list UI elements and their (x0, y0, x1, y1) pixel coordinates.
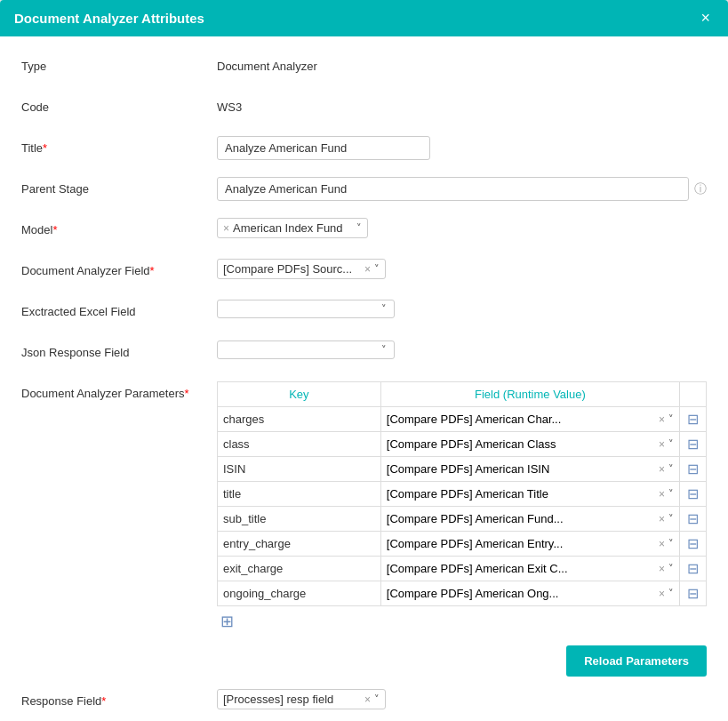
params-header-row: Key Field (Runtime Value) (218, 382, 707, 407)
field-cell-3: [Compare PDFs] American Title × ˅ (380, 482, 679, 507)
field-clear-icon-6[interactable]: × (659, 563, 665, 575)
field-value-1: [Compare PDFs] American Class (387, 437, 655, 451)
action-cell-6: ⊟ (680, 557, 707, 581)
field-chevron-icon-0[interactable]: ˅ (668, 413, 674, 425)
action-cell-2: ⊟ (680, 457, 707, 482)
json-response-label: Json Response Field (21, 340, 217, 359)
remove-param-button-7[interactable]: ⊟ (685, 585, 700, 602)
remove-param-button-3[interactable]: ⊟ (685, 485, 700, 502)
dap-required: * (185, 387, 189, 400)
daf-chevron-icon[interactable]: ˅ (374, 263, 380, 275)
col-action-header (680, 382, 707, 407)
key-cell-5: entry_charge (218, 532, 381, 557)
key-cell-3: title (218, 482, 381, 507)
field-chevron-icon-1[interactable]: ˅ (668, 438, 674, 450)
remove-param-button-2[interactable]: ⊟ (685, 461, 700, 477)
modal-title: Document Analyzer Attributes (14, 11, 204, 26)
doc-analyzer-field-select[interactable]: [Compare PDFs] Sourc... × ˅ (217, 259, 386, 279)
model-chevron-icon[interactable]: ˅ (356, 222, 362, 234)
field-chevron-icon-6[interactable]: ˅ (668, 563, 674, 574)
reload-wrap: Reload Parameters (217, 645, 707, 677)
title-row: Title* (21, 136, 707, 164)
add-param-button[interactable]: ⊞ (217, 610, 237, 633)
remove-param-button-1[interactable]: ⊟ (685, 436, 700, 453)
type-row: Type Document Analyzer (21, 54, 707, 83)
close-button[interactable]: × (697, 9, 714, 28)
extracted-excel-select[interactable]: ˅ (217, 300, 395, 318)
field-value-3: [Compare PDFs] American Title (387, 487, 655, 501)
reload-parameters-button[interactable]: Reload Parameters (566, 645, 707, 677)
json-response-row: Json Response Field ˅ (21, 340, 707, 369)
table-row: ISIN [Compare PDFs] American ISIN × ˅ ⊟ (218, 457, 707, 482)
field-clear-icon-1[interactable]: × (659, 438, 665, 451)
rf-required: * (101, 694, 106, 708)
field-chevron-icon-3[interactable]: ˅ (668, 488, 674, 500)
response-field-select[interactable]: [Processes] resp field × ˅ (217, 689, 386, 709)
field-value-4: [Compare PDFs] American Fund... (387, 512, 655, 525)
model-clear-icon[interactable]: × (223, 222, 229, 235)
field-clear-icon-4[interactable]: × (659, 513, 665, 525)
col-key-header: Key (218, 382, 381, 407)
remove-param-button-4[interactable]: ⊟ (685, 510, 700, 527)
field-chevron-icon-7[interactable]: ˅ (668, 588, 674, 599)
response-field-label: Response Field* (21, 689, 217, 708)
field-chevron-icon-5[interactable]: ˅ (668, 538, 674, 549)
info-icon[interactable]: ⓘ (694, 181, 707, 197)
modal-header: Document Analyzer Attributes × (0, 0, 728, 36)
json-response-select[interactable]: ˅ (217, 340, 395, 359)
parent-stage-wrap: ⓘ (217, 177, 707, 201)
daf-required: * (150, 264, 155, 277)
table-row: entry_charge [Compare PDFs] American Ent… (218, 532, 707, 557)
action-cell-1: ⊟ (680, 432, 707, 457)
field-value-0: [Compare PDFs] American Char... (387, 413, 655, 426)
action-cell-7: ⊟ (680, 581, 707, 606)
key-cell-0: charges (218, 407, 381, 432)
field-clear-icon-5[interactable]: × (659, 538, 665, 550)
type-label: Type (21, 54, 217, 73)
remove-param-button-5[interactable]: ⊟ (685, 535, 700, 552)
extracted-excel-label: Exctracted Excel Field (21, 300, 217, 318)
model-select[interactable]: × American Index Fund ˅ (217, 218, 368, 238)
parent-stage-input[interactable] (217, 177, 689, 201)
rf-chevron-icon[interactable]: ˅ (374, 693, 380, 705)
action-cell-3: ⊟ (680, 482, 707, 507)
field-clear-icon-7[interactable]: × (659, 588, 665, 600)
model-value: American Index Fund (233, 221, 356, 235)
table-row: class [Compare PDFs] American Class × ˅ … (218, 432, 707, 457)
key-cell-2: ISIN (218, 457, 381, 482)
params-section: Key Field (Runtime Value) charges [Compa… (217, 381, 707, 677)
field-chevron-icon-4[interactable]: ˅ (668, 513, 674, 525)
field-clear-icon-3[interactable]: × (659, 488, 665, 501)
key-cell-4: sub_title (218, 507, 381, 532)
json-response-chevron-icon[interactable]: ˅ (381, 344, 387, 356)
field-clear-icon-0[interactable]: × (659, 413, 665, 426)
model-label: Model* (21, 218, 217, 236)
doc-analyzer-field-label: Document Analyzer Field* (21, 259, 217, 277)
extracted-excel-chevron-icon[interactable]: ˅ (381, 303, 387, 315)
response-field-value: [Processes] resp field (223, 693, 364, 706)
table-row: charges [Compare PDFs] American Char... … (218, 407, 707, 432)
modal-body: Type Document Analyzer Code WS3 Title* P… (0, 36, 728, 721)
code-row: Code WS3 (21, 95, 707, 124)
field-value-2: [Compare PDFs] American ISIN (387, 462, 655, 476)
extracted-excel-row: Exctracted Excel Field ˅ (21, 300, 707, 328)
title-label: Title* (21, 136, 217, 155)
table-row: sub_title [Compare PDFs] American Fund..… (218, 507, 707, 532)
table-row: ongoing_charge [Compare PDFs] American O… (218, 581, 707, 606)
type-value: Document Analyzer (217, 54, 707, 73)
remove-param-button-0[interactable]: ⊟ (685, 411, 700, 428)
title-input[interactable] (217, 136, 430, 160)
field-value-6: [Compare PDFs] American Exit C... (387, 562, 655, 575)
doc-analyzer-field-row: Document Analyzer Field* [Compare PDFs] … (21, 259, 707, 287)
table-row: title [Compare PDFs] American Title × ˅ … (218, 482, 707, 507)
field-clear-icon-2[interactable]: × (659, 463, 665, 476)
daf-clear-icon[interactable]: × (364, 263, 371, 276)
remove-param-button-6[interactable]: ⊟ (685, 560, 700, 577)
field-cell-1: [Compare PDFs] American Class × ˅ (380, 432, 679, 457)
modal-dialog: Document Analyzer Attributes × Type Docu… (0, 0, 728, 721)
rf-clear-icon[interactable]: × (364, 693, 371, 706)
table-row: exit_charge [Compare PDFs] American Exit… (218, 557, 707, 581)
field-chevron-icon-2[interactable]: ˅ (668, 463, 674, 475)
col-field-header: Field (Runtime Value) (380, 382, 679, 407)
field-cell-6: [Compare PDFs] American Exit C... × ˅ (380, 557, 679, 581)
